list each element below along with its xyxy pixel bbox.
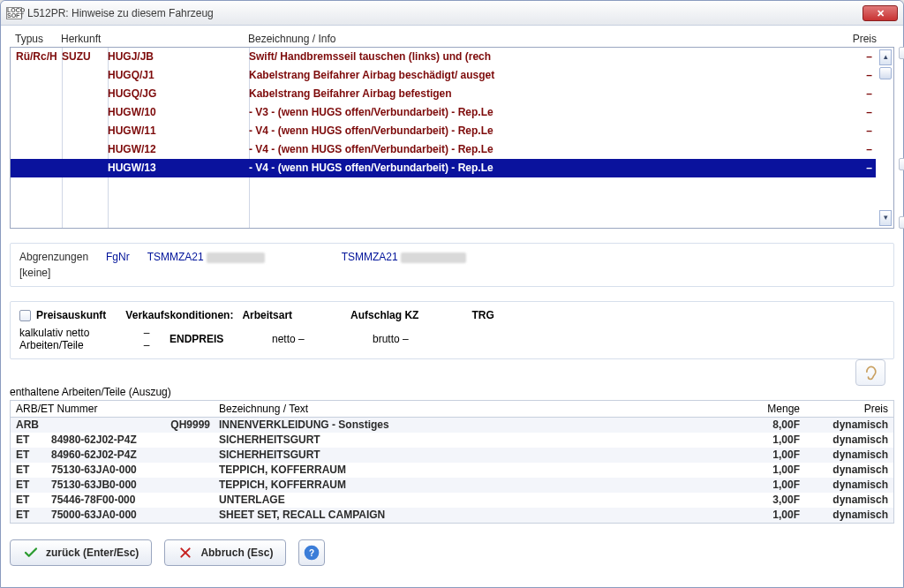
- trg-label: TRG: [471, 309, 493, 321]
- cell-typus: [16, 122, 62, 140]
- kalkulativ-netto-label: kalkulativ netto: [19, 327, 124, 339]
- outer-scroll-down[interactable]: [899, 216, 904, 229]
- cell-bezeichnung: - V3 - (wenn HUGS offen/Verbundarbeit) -…: [249, 103, 823, 122]
- cell-arb-num: QH9999: [51, 418, 219, 433]
- check-icon: [23, 545, 39, 561]
- arbeiten-row[interactable]: ET75130-63JA0-000TEPPICH, KOFFERRAUM1,00…: [11, 463, 893, 478]
- arbeiten-row[interactable]: ARBQH9999INNENVERKLEIDUNG - Sonstiges8,0…: [11, 418, 893, 433]
- grid-scrollbar[interactable]: ▴ ▾: [878, 48, 893, 228]
- cell-arb-menge: 1,00F: [729, 433, 800, 448]
- arbeiten-row[interactable]: ET75130-63JB0-000TEPPICH, KOFFERRAUM1,00…: [11, 478, 893, 493]
- cell-preis: –: [823, 66, 876, 85]
- cell-bezeichnung: - V4 - (wenn HUGS offen/Verbundarbeit) -…: [249, 140, 823, 159]
- col-bezeichnung-header[interactable]: Bezeichnung / Info: [248, 33, 824, 45]
- arbeiten-row[interactable]: ET75446-78F00-000UNTERLAGE3,00Fdynamisch: [11, 493, 893, 508]
- cell-arb-preis: dynamisch: [800, 493, 888, 508]
- dialog-window: LOCOSOFT L512PR: Hinweise zu diesem Fahr…: [0, 0, 904, 588]
- cell-preis: –: [823, 48, 876, 66]
- redacted-text: [401, 253, 466, 263]
- col-herkunft-header[interactable]: Herkunft: [61, 33, 107, 45]
- ear-icon: [862, 364, 879, 381]
- outer-scroll-thumb[interactable]: [899, 158, 904, 170]
- cell-arb-num: 84980-62J02-P4Z: [51, 433, 219, 448]
- cell-code: HUGW/13: [108, 159, 249, 177]
- arb-col-menge[interactable]: Menge: [729, 403, 800, 415]
- cell-bezeichnung: Kabelstrang Beifahrer Airbag beschädigt/…: [249, 66, 823, 85]
- close-button[interactable]: ✕: [863, 5, 898, 21]
- cell-arb-menge: 1,00F: [729, 463, 800, 478]
- arb-col-preis[interactable]: Preis: [800, 403, 888, 415]
- grid-row[interactable]: HUGW/13- V4 - (wenn HUGS offen/Verbundar…: [11, 159, 876, 177]
- grid-row[interactable]: HUGQ/J1Kabelstrang Beifahrer Airbag besc…: [11, 66, 876, 85]
- arbeiten-body[interactable]: ARBQH9999INNENVERKLEIDUNG - Sonstiges8,0…: [10, 417, 894, 524]
- cell-preis: –: [823, 159, 876, 177]
- help-icon: ?: [303, 544, 320, 562]
- arb-col-nummer[interactable]: ARB/ET Nummer: [16, 403, 219, 415]
- abgrenzungen-keine: [keine]: [19, 267, 88, 279]
- aufschlag-label: Aufschlag KZ: [350, 309, 418, 321]
- grid-body[interactable]: Rü/Rc/HSUZUHUGJ/JBSwift/ Handbremsseil t…: [10, 47, 894, 229]
- cell-arb-preis: dynamisch: [800, 418, 888, 433]
- grid-row[interactable]: HUGW/11- V4 - (wenn HUGS offen/Verbundar…: [11, 122, 876, 140]
- cell-arb-num: 84960-62J02-P4Z: [51, 448, 219, 463]
- brutto-value: brutto –: [373, 333, 409, 345]
- cell-arb-menge: 1,00F: [729, 478, 800, 493]
- redacted-text: [207, 253, 265, 263]
- cell-typus: [16, 66, 62, 85]
- cell-code: HUGQ/JG: [108, 85, 249, 103]
- scroll-down-button[interactable]: ▾: [879, 210, 892, 226]
- window-title: L512PR: Hinweise zu diesem Fahrzeug: [27, 7, 863, 19]
- cell-typus: [16, 159, 62, 177]
- cell-arb-num: 75130-63JA0-000: [51, 463, 219, 478]
- cell-arb-preis: dynamisch: [800, 448, 888, 463]
- cell-herkunft: [62, 122, 108, 140]
- fgnr-value-a: TSMMZA21: [147, 251, 204, 263]
- preisauskunft-checkbox[interactable]: [19, 310, 31, 321]
- cancel-button[interactable]: Abbruch (Esc): [164, 539, 286, 566]
- button-bar: zurück (Enter/Esc) Abbruch (Esc) ?: [10, 539, 894, 566]
- cell-code: HUGW/12: [108, 140, 249, 159]
- col-typus-header[interactable]: Typus: [15, 33, 61, 45]
- cell-arb-bez: TEPPICH, KOFFERRAUM: [219, 478, 729, 493]
- arbeitsart-label: Arbeitsart: [242, 309, 292, 321]
- cell-preis: –: [823, 140, 876, 159]
- grid-row[interactable]: HUGW/12- V4 - (wenn HUGS offen/Verbundar…: [11, 140, 876, 159]
- cell-code: HUGW/10: [108, 103, 249, 122]
- cell-typus: [16, 140, 62, 159]
- scroll-thumb[interactable]: [879, 67, 892, 79]
- cell-bezeichnung: Kabelstrang Beifahrer Airbag befestigen: [249, 85, 823, 103]
- cell-arb-preis: dynamisch: [800, 478, 888, 493]
- outer-scrollbar[interactable]: [898, 47, 904, 229]
- verkaufskonditionen-label: Verkaufskonditionen:: [125, 309, 233, 321]
- grid-row[interactable]: Rü/Rc/HSUZUHUGJ/JBSwift/ Handbremsseil t…: [11, 48, 876, 66]
- grid-row[interactable]: HUGW/10- V3 - (wenn HUGS offen/Verbundar…: [11, 103, 876, 122]
- dialog-content: Typus Herkunft Bezeichnung / Info Preis …: [1, 26, 903, 587]
- cell-arb-bez: UNTERLAGE: [219, 493, 729, 508]
- cell-herkunft: [62, 140, 108, 159]
- cell-herkunft: SUZU: [62, 48, 108, 66]
- ear-icon-button[interactable]: [855, 359, 885, 386]
- cell-arb-preis: dynamisch: [800, 433, 888, 448]
- title-bar[interactable]: LOCOSOFT L512PR: Hinweise zu diesem Fahr…: [1, 1, 903, 26]
- arbeiten-row[interactable]: ET84960-62J02-P4ZSICHERHEITSGURT1,00Fdyn…: [11, 448, 893, 463]
- scroll-up-button[interactable]: ▴: [879, 49, 892, 65]
- cell-arb-typ: ET: [16, 493, 51, 508]
- cell-preis: –: [823, 103, 876, 122]
- cell-arb-num: 75446-78F00-000: [51, 493, 219, 508]
- abgrenzungen-panel: Abgrenzungen [keine] FgNr TSMMZA21 TSMMZ…: [10, 243, 894, 287]
- cell-arb-menge: 3,00F: [729, 493, 800, 508]
- col-preis-header[interactable]: Preis: [824, 33, 877, 45]
- arbeiten-row[interactable]: ET84980-62J02-P4ZSICHERHEITSGURT1,00Fdyn…: [11, 433, 893, 448]
- cell-arb-typ: ET: [16, 463, 51, 478]
- netto-value: netto –: [272, 333, 305, 345]
- arbeiten-row[interactable]: ET75000-63JA0-000SHEET SET, RECALL CAMPA…: [11, 508, 893, 523]
- outer-scroll-up[interactable]: [899, 47, 904, 59]
- app-logo-icon: LOCOSOFT: [6, 7, 22, 19]
- back-button[interactable]: zurück (Enter/Esc): [10, 539, 152, 566]
- cell-arb-menge: 8,00F: [729, 418, 800, 433]
- arb-col-bezeichnung[interactable]: Bezeichnung / Text: [219, 403, 729, 415]
- cell-preis: –: [823, 122, 876, 140]
- cell-arb-menge: 1,00F: [729, 448, 800, 463]
- grid-row[interactable]: HUGQ/JGKabelstrang Beifahrer Airbag befe…: [11, 85, 876, 103]
- help-button[interactable]: ?: [298, 539, 325, 566]
